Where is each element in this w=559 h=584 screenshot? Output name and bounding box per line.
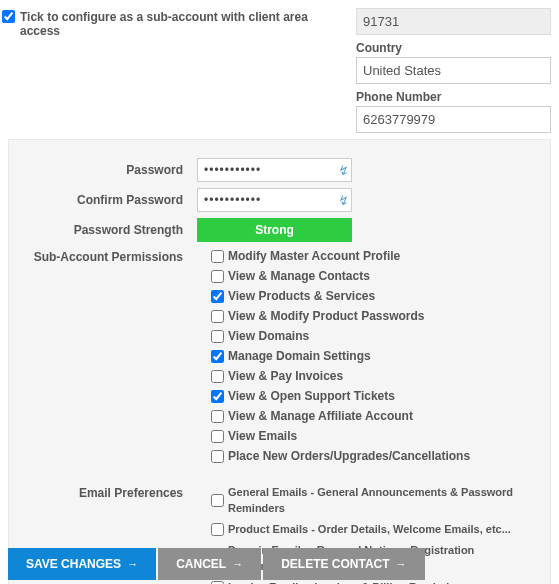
permission-label: View & Pay Invoices <box>228 368 343 384</box>
arrow-right-icon: → <box>396 558 407 570</box>
permission-label: View & Open Support Tickets <box>228 388 395 404</box>
country-label: Country <box>356 41 551 55</box>
delete-label: DELETE CONTACT <box>281 557 389 571</box>
email-pref-item[interactable]: Product Emails - Order Details, Welcome … <box>211 521 532 537</box>
permission-checkbox[interactable] <box>211 290 224 303</box>
permission-item[interactable]: Manage Domain Settings <box>211 348 532 364</box>
permissions-label: Sub-Account Permissions <box>27 248 197 264</box>
cancel-button[interactable]: CANCEL → <box>158 548 261 580</box>
permission-label: View Emails <box>228 428 297 444</box>
password-label: Password <box>27 163 197 177</box>
permission-item[interactable]: Modify Master Account Profile <box>211 248 532 264</box>
permission-label: View & Manage Affiliate Account <box>228 408 413 424</box>
permission-item[interactable]: View & Manage Contacts <box>211 268 532 284</box>
permission-label: View Domains <box>228 328 309 344</box>
permission-label: View & Manage Contacts <box>228 268 370 284</box>
permission-label: Modify Master Account Profile <box>228 248 400 264</box>
confirm-password-input[interactable] <box>197 188 352 212</box>
permission-checkbox[interactable] <box>211 370 224 383</box>
password-strength-label: Password Strength <box>27 223 197 237</box>
phone-label: Phone Number <box>356 90 551 104</box>
email-pref-label: General Emails - General Announcements &… <box>228 484 532 516</box>
permission-item[interactable]: View Emails <box>211 428 532 444</box>
cancel-label: CANCEL <box>176 557 226 571</box>
permission-item[interactable]: View & Modify Product Passwords <box>211 308 532 324</box>
save-label: SAVE CHANGES <box>26 557 121 571</box>
permission-label: Place New Orders/Upgrades/Cancellations <box>228 448 470 464</box>
permission-item[interactable]: Place New Orders/Upgrades/Cancellations <box>211 448 532 464</box>
permission-checkbox[interactable] <box>211 450 224 463</box>
postal-field[interactable] <box>356 8 551 35</box>
permission-checkbox[interactable] <box>211 430 224 443</box>
permission-checkbox[interactable] <box>211 330 224 343</box>
permission-checkbox[interactable] <box>211 390 224 403</box>
permission-checkbox[interactable] <box>211 310 224 323</box>
permission-item[interactable]: View Domains <box>211 328 532 344</box>
email-pref-label: Product Emails - Order Details, Welcome … <box>228 521 511 537</box>
save-button[interactable]: SAVE CHANGES → <box>8 548 156 580</box>
permission-checkbox[interactable] <box>211 250 224 263</box>
arrow-right-icon: → <box>232 558 243 570</box>
permission-item[interactable]: View & Manage Affiliate Account <box>211 408 532 424</box>
delete-contact-button[interactable]: DELETE CONTACT → <box>263 548 424 580</box>
arrow-right-icon: → <box>127 558 138 570</box>
permission-item[interactable]: View & Open Support Tickets <box>211 388 532 404</box>
email-pref-item[interactable]: General Emails - General Announcements &… <box>211 484 532 516</box>
permission-label: View & Modify Product Passwords <box>228 308 425 324</box>
sub-account-panel: Password ↯ Confirm Password ↯ Password S… <box>8 139 551 584</box>
permission-checkbox[interactable] <box>211 410 224 423</box>
email-pref-checkbox[interactable] <box>211 494 224 507</box>
password-strength-meter: Strong <box>197 218 352 242</box>
permission-label: View Products & Services <box>228 288 375 304</box>
email-pref-label: Email Preferences <box>27 484 197 500</box>
phone-field[interactable] <box>356 106 551 133</box>
country-field[interactable] <box>356 57 551 84</box>
permission-checkbox[interactable] <box>211 270 224 283</box>
permission-item[interactable]: View Products & Services <box>211 288 532 304</box>
permission-checkbox[interactable] <box>211 350 224 363</box>
email-pref-checkbox[interactable] <box>211 581 224 585</box>
permission-item[interactable]: View & Pay Invoices <box>211 368 532 384</box>
password-input[interactable] <box>197 158 352 182</box>
confirm-password-label: Confirm Password <box>27 193 197 207</box>
permission-label: Manage Domain Settings <box>228 348 371 364</box>
sub-account-label: Tick to configure as a sub-account with … <box>20 10 346 38</box>
email-pref-checkbox[interactable] <box>211 523 224 536</box>
sub-account-checkbox[interactable] <box>2 10 15 23</box>
